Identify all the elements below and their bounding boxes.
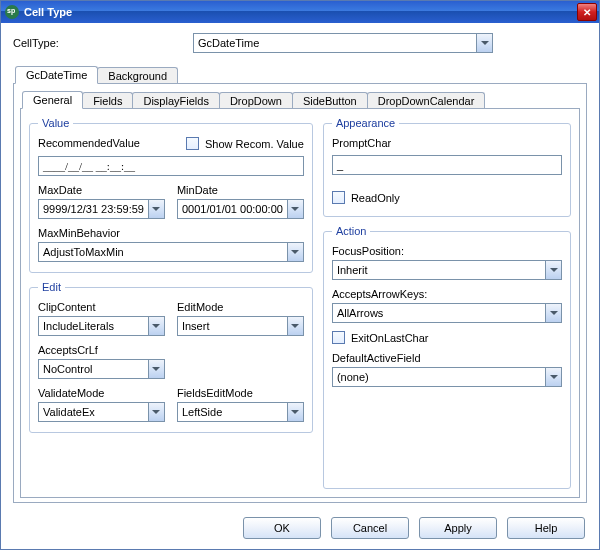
- exitonlastchar-label: ExitOnLastChar: [351, 332, 429, 344]
- editmode-combo[interactable]: Insert: [177, 316, 304, 336]
- edit-legend: Edit: [38, 281, 65, 293]
- tab-gcdatetime[interactable]: GcDateTime: [15, 66, 98, 84]
- recommendedvalue-input[interactable]: ____/__/__ __:__:__: [38, 156, 304, 176]
- fieldseditmode-value: LeftSide: [178, 403, 287, 421]
- titlebar: Cell Type ✕: [1, 1, 599, 23]
- acceptscrlf-value: NoControl: [39, 360, 148, 378]
- readonly-label: ReadOnly: [351, 192, 400, 204]
- defaultactivefield-combo[interactable]: (none): [332, 367, 562, 387]
- outer-tabcontrol: GcDateTime Background General Fields Dis…: [13, 65, 587, 503]
- tab-general[interactable]: General: [22, 91, 83, 109]
- chevron-down-icon[interactable]: [287, 403, 303, 421]
- left-column: Value RecommendedValue Show Recom.: [29, 117, 313, 489]
- chevron-down-icon[interactable]: [545, 304, 561, 322]
- maxdate-label: MaxDate: [38, 184, 165, 196]
- close-button[interactable]: ✕: [577, 3, 597, 21]
- tab-displayfields[interactable]: DisplayFields: [132, 92, 219, 108]
- appearance-legend: Appearance: [332, 117, 399, 129]
- celltype-value: GcDateTime: [194, 34, 476, 52]
- tab-dropdowncalendar[interactable]: DropDownCalendar: [367, 92, 486, 108]
- acceptsarrowkeys-label: AcceptsArrowKeys:: [332, 288, 562, 300]
- maxdate-combo[interactable]: 9999/12/31 23:59:59: [38, 199, 165, 219]
- fieldseditmode-label: FieldsEditMode: [177, 387, 304, 399]
- right-column: Appearance PromptChar _ ReadOnly: [323, 117, 571, 489]
- maxdate-value: 9999/12/31 23:59:59: [39, 200, 148, 218]
- chevron-down-icon[interactable]: [287, 200, 303, 218]
- acceptsarrowkeys-value: AllArrows: [333, 304, 545, 322]
- tab-fields[interactable]: Fields: [82, 92, 133, 108]
- celltype-row: CellType: GcDateTime: [13, 33, 587, 53]
- help-button[interactable]: Help: [507, 517, 585, 539]
- value-group: Value RecommendedValue Show Recom.: [29, 117, 313, 273]
- chevron-down-icon[interactable]: [148, 403, 164, 421]
- chevron-down-icon[interactable]: [545, 261, 561, 279]
- mindate-value: 0001/01/01 00:00:00: [178, 200, 287, 218]
- editmode-label: EditMode: [177, 301, 304, 313]
- clipcontent-combo[interactable]: IncludeLiterals: [38, 316, 165, 336]
- validatemode-combo[interactable]: ValidateEx: [38, 402, 165, 422]
- checkbox-icon: [332, 191, 345, 204]
- showrecom-checkbox[interactable]: Show Recom. Value: [186, 137, 304, 150]
- mindate-combo[interactable]: 0001/01/01 00:00:00: [177, 199, 304, 219]
- value-legend: Value: [38, 117, 73, 129]
- editmode-value: Insert: [178, 317, 287, 335]
- defaultactivefield-label: DefaultActiveField: [332, 352, 562, 364]
- defaultactivefield-value: (none): [333, 368, 545, 386]
- outer-tabstrip: GcDateTime Background: [13, 65, 587, 83]
- app-icon: [5, 5, 19, 19]
- edit-group: Edit ClipContent IncludeLiterals: [29, 281, 313, 433]
- clipcontent-value: IncludeLiterals: [39, 317, 148, 335]
- dialog-content: CellType: GcDateTime GcDateTime Backgrou…: [1, 23, 599, 509]
- tab-sidebutton[interactable]: SideButton: [292, 92, 368, 108]
- dialog-button-row: OK Cancel Apply Help: [1, 509, 599, 549]
- maxminbehavior-label: MaxMinBehavior: [38, 227, 304, 239]
- chevron-down-icon[interactable]: [545, 368, 561, 386]
- validatemode-value: ValidateEx: [39, 403, 148, 421]
- outer-tabpanel: General Fields DisplayFields DropDown Si…: [13, 83, 587, 503]
- chevron-down-icon[interactable]: [148, 200, 164, 218]
- dialog-window: Cell Type ✕ CellType: GcDateTime GcDateT…: [0, 0, 600, 550]
- window-title: Cell Type: [24, 6, 577, 18]
- acceptscrlf-label: AcceptsCrLf: [38, 344, 165, 356]
- tab-dropdown[interactable]: DropDown: [219, 92, 293, 108]
- focusposition-value: Inherit: [333, 261, 545, 279]
- inner-tabstrip: General Fields DisplayFields DropDown Si…: [20, 90, 580, 108]
- promptchar-input[interactable]: _: [332, 155, 562, 175]
- mindate-label: MinDate: [177, 184, 304, 196]
- appearance-group: Appearance PromptChar _ ReadOnly: [323, 117, 571, 217]
- maxminbehavior-value: AdjustToMaxMin: [39, 243, 287, 261]
- checkbox-icon: [186, 137, 199, 150]
- close-icon: ✕: [583, 7, 591, 18]
- validatemode-label: ValidateMode: [38, 387, 165, 399]
- checkbox-icon: [332, 331, 345, 344]
- ok-button[interactable]: OK: [243, 517, 321, 539]
- chevron-down-icon[interactable]: [148, 317, 164, 335]
- clipcontent-label: ClipContent: [38, 301, 165, 313]
- inner-tabpanel: Value RecommendedValue Show Recom.: [20, 108, 580, 498]
- action-legend: Action: [332, 225, 371, 237]
- maxminbehavior-combo[interactable]: AdjustToMaxMin: [38, 242, 304, 262]
- apply-button[interactable]: Apply: [419, 517, 497, 539]
- tab-background[interactable]: Background: [97, 67, 178, 83]
- action-group: Action FocusPosition: Inherit: [323, 225, 571, 489]
- chevron-down-icon[interactable]: [287, 243, 303, 261]
- fieldseditmode-combo[interactable]: LeftSide: [177, 402, 304, 422]
- celltype-combo[interactable]: GcDateTime: [193, 33, 493, 53]
- chevron-down-icon[interactable]: [287, 317, 303, 335]
- showrecom-label: Show Recom. Value: [205, 138, 304, 150]
- recommendedvalue-label: RecommendedValue: [38, 137, 174, 149]
- cancel-button[interactable]: Cancel: [331, 517, 409, 539]
- inner-tabcontrol: General Fields DisplayFields DropDown Si…: [20, 90, 580, 498]
- promptchar-label: PromptChar: [332, 137, 562, 149]
- acceptscrlf-combo[interactable]: NoControl: [38, 359, 165, 379]
- readonly-checkbox[interactable]: ReadOnly: [332, 191, 400, 204]
- celltype-label: CellType:: [13, 37, 193, 49]
- acceptsarrowkeys-combo[interactable]: AllArrows: [332, 303, 562, 323]
- exitonlastchar-checkbox[interactable]: ExitOnLastChar: [332, 331, 429, 344]
- focusposition-combo[interactable]: Inherit: [332, 260, 562, 280]
- chevron-down-icon[interactable]: [476, 34, 492, 52]
- chevron-down-icon[interactable]: [148, 360, 164, 378]
- focusposition-label: FocusPosition:: [332, 245, 562, 257]
